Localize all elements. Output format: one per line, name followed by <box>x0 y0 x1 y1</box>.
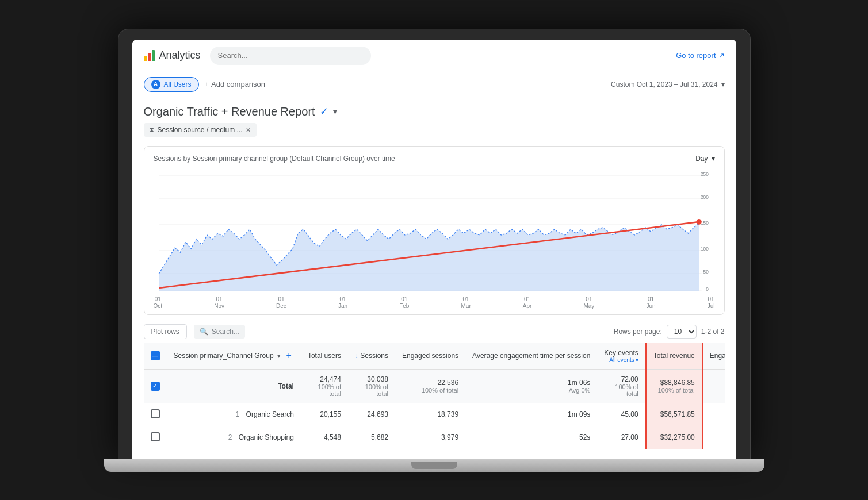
plot-rows-button[interactable]: Plot rows <box>144 324 187 339</box>
row2-users-cell: 4,548 <box>301 426 348 449</box>
row1-checkbox[interactable] <box>151 409 160 418</box>
header-engaged-sessions: Engaged sessions <box>395 343 465 369</box>
row1-sessions-cell: 24,693 <box>348 403 395 426</box>
all-users-button[interactable]: A All Users <box>144 77 199 92</box>
table-row-1: 1 Organic Search 20,155 24,693 18,739 1m… <box>144 403 725 426</box>
dimension-chevron-icon[interactable]: ▾ <box>277 352 281 360</box>
table-row-total: ✓ Total 24,474 100% of total 30,038 <box>144 369 725 403</box>
row2-key-events-cell: 27.00 <box>597 426 645 449</box>
analytics-logo-icon <box>144 50 155 61</box>
data-table: — Session primary_Channel Group ▾ + <box>144 343 725 449</box>
report-title: Organic Traffic + Revenue Report ✓ ▾ <box>144 105 725 118</box>
svg-text:150: 150 <box>700 220 708 225</box>
row2-engagement-rate-cell: 70.03% <box>702 426 725 449</box>
rows-per-page: Rows per page: 10 25 50 1-2 of 2 <box>614 325 725 339</box>
chart-period-selector[interactable]: Day ▾ <box>695 155 714 163</box>
logo: Analytics <box>144 49 210 61</box>
header-engagement-rate: Engagement rate <box>702 343 725 369</box>
header-sessions: ↓ Sessions <box>348 343 395 369</box>
filter-chip: ⧗ Session source / medium ... × <box>144 123 257 137</box>
report-title-area: Organic Traffic + Revenue Report ✓ ▾ ⧗ S… <box>132 97 736 140</box>
add-comparison-button[interactable]: + Add comparison <box>205 80 266 89</box>
x-label-feb: 01Feb <box>399 296 409 310</box>
svg-point-12 <box>696 219 701 225</box>
period-chevron-icon: ▾ <box>712 155 715 163</box>
table-header-row: — Session primary_Channel Group ▾ + <box>144 343 725 369</box>
row1-engagement-rate-cell: 75.89% <box>702 403 725 426</box>
header-session-primary: Session primary_Channel Group ▾ + <box>167 343 301 369</box>
add-dimension-button[interactable]: + <box>284 349 294 362</box>
header-search-input[interactable] <box>210 47 371 65</box>
total-revenue-cell: $88,846.85 100% of total <box>646 369 702 403</box>
chart-title: Sessions by Session primary channel grou… <box>154 155 395 163</box>
row1-checkbox-cell <box>144 403 167 426</box>
svg-text:0: 0 <box>706 286 709 291</box>
header-key-events: Key events All events ▾ <box>597 343 645 369</box>
chart-header: Sessions by Session primary channel grou… <box>154 155 715 163</box>
key-events-chevron-icon: ▾ <box>636 357 638 363</box>
x-label-nov: 01Nov <box>214 296 224 310</box>
total-users-cell: 24,474 100% of total <box>301 369 348 403</box>
chart-x-labels: 01Oct 01Nov 01Dec 01Jan 01Feb 01Mar 01Ap… <box>154 294 715 311</box>
svg-text:200: 200 <box>700 194 708 199</box>
select-all-checkbox[interactable]: — <box>151 351 160 360</box>
rows-per-page-select[interactable]: 10 25 50 <box>667 325 697 339</box>
external-link-icon: ↗ <box>718 51 725 60</box>
row1-label-cell: 1 Organic Search <box>167 403 301 426</box>
x-label-jun: 01Jun <box>646 296 655 310</box>
row1-revenue-cell: $56,571.85 <box>646 403 702 426</box>
filter-close-icon[interactable]: × <box>246 125 251 134</box>
filter-icon: ⧗ <box>150 126 154 133</box>
x-label-dec: 01Dec <box>276 296 286 310</box>
total-avg-engagement-cell: 1m 06s Avg 0% <box>465 369 597 403</box>
total-key-events-cell: 72.00 100% of total <box>597 369 645 403</box>
row2-label-cell: 2 Organic Shopping <box>167 426 301 449</box>
total-checkbox-cell: ✓ <box>144 369 167 403</box>
total-sessions-cell: 30,038 100% of total <box>348 369 395 403</box>
chart-container: Sessions by Session primary channel grou… <box>144 146 725 315</box>
svg-text:50: 50 <box>703 268 708 274</box>
header-total-users: Total users <box>301 343 348 369</box>
header-checkbox-cell: — <box>144 343 167 369</box>
date-range[interactable]: Custom Oct 1, 2023 – Jul 31, 2024 ▾ <box>611 80 724 89</box>
row2-sessions-cell: 5,682 <box>348 426 395 449</box>
x-label-may: 01May <box>583 296 594 310</box>
verified-icon: ✓ <box>320 105 328 118</box>
row1-users-cell: 20,155 <box>301 403 348 426</box>
table-controls: Plot rows 🔍 Search... Rows per page: 10 … <box>132 321 736 343</box>
chart-svg: 250 200 150 100 50 0 <box>154 167 715 294</box>
app-title: Analytics <box>159 49 201 61</box>
svg-text:100: 100 <box>700 245 708 251</box>
row2-avg-engagement-cell: 52s <box>465 426 597 449</box>
header: Analytics Go to report ↗ <box>132 40 736 72</box>
x-label-jan: 01Jan <box>338 296 347 310</box>
search-icon: 🔍 <box>200 328 208 336</box>
row2-checkbox[interactable] <box>151 432 160 441</box>
x-label-oct: 01Oct <box>154 296 163 310</box>
x-label-mar: 01Mar <box>461 296 471 310</box>
table-search[interactable]: 🔍 Search... <box>194 325 245 339</box>
toolbar: A All Users + Add comparison Custom Oct … <box>132 72 736 97</box>
sessions-sort-icon: ↓ <box>355 352 360 360</box>
data-table-container: — Session primary_Channel Group ▾ + <box>144 343 725 449</box>
all-users-icon: A <box>151 80 160 89</box>
calendar-chevron-icon: ▾ <box>721 80 725 89</box>
row2-revenue-cell: $32,275.00 <box>646 426 702 449</box>
x-label-apr: 01Apr <box>523 296 532 310</box>
svg-text:250: 250 <box>700 171 708 176</box>
total-engaged-sessions-cell: 22,536 100% of total <box>395 369 465 403</box>
go-to-report-link[interactable]: Go to report ↗ <box>676 51 724 60</box>
header-total-revenue: Total revenue <box>646 343 702 369</box>
plus-icon: + <box>205 80 209 89</box>
chart-area: 250 200 150 100 50 0 <box>154 167 715 294</box>
total-checkbox[interactable]: ✓ <box>151 382 160 391</box>
header-avg-engagement: Average engagement time per session <box>465 343 597 369</box>
key-events-sub[interactable]: All events ▾ <box>604 357 638 363</box>
total-engagement-rate-cell: 75.02% Avg 0% <box>702 369 725 403</box>
row2-engaged-cell: 3,979 <box>395 426 465 449</box>
x-label-jul: 01Jul <box>708 296 715 310</box>
report-title-chevron-icon[interactable]: ▾ <box>333 107 337 116</box>
row1-engaged-cell: 18,739 <box>395 403 465 426</box>
row1-avg-engagement-cell: 1m 09s <box>465 403 597 426</box>
row1-key-events-cell: 45.00 <box>597 403 645 426</box>
